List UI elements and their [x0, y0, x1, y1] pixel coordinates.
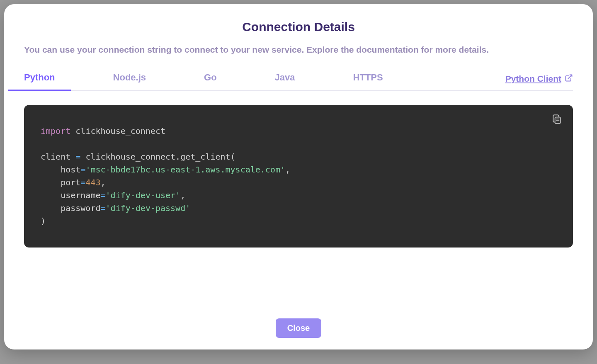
code-val-pass: 'dify-dev-passwd'	[106, 203, 191, 213]
tab-java[interactable]: Java	[275, 67, 295, 90]
connection-details-modal: Connection Details You can use your conn…	[4, 4, 593, 349]
modal-subtitle: You can use your connection string to co…	[24, 45, 573, 55]
copy-button[interactable]	[550, 112, 564, 126]
code-t3a: client	[41, 152, 75, 162]
close-button[interactable]: Close	[276, 318, 321, 338]
modal-title: Connection Details	[24, 20, 573, 34]
code-module: clickhouse_connect	[75, 126, 165, 136]
code-val-port: 443	[85, 177, 100, 187]
code-eq3: =	[80, 177, 85, 187]
code-val-host: 'msc-bbde17bc.us-east-1.aws.myscale.com'	[85, 165, 285, 175]
code-eq: =	[75, 152, 80, 162]
tab-python[interactable]: Python	[24, 67, 55, 90]
tab-go[interactable]: Go	[204, 67, 217, 90]
code-comma2: ,	[101, 177, 106, 187]
code-comma1: ,	[285, 165, 290, 175]
code-snippet: import clickhouse_connect client = click…	[24, 105, 573, 248]
code-comma3: ,	[180, 190, 185, 200]
language-tabs: Python Node.js Go Java HTTPS Python Clie…	[24, 67, 573, 91]
tab-https[interactable]: HTTPS	[353, 67, 383, 90]
code-eq2: =	[80, 165, 85, 175]
doc-link-python-client[interactable]: Python Client	[505, 74, 573, 84]
code-param-user: username	[41, 190, 101, 200]
code-val-user: 'dify-dev-user'	[106, 190, 181, 200]
tab-nodejs[interactable]: Node.js	[113, 67, 146, 90]
doc-link-label: Python Client	[505, 74, 561, 84]
code-t3b: clickhouse_connect.get_client(	[80, 152, 235, 162]
external-link-icon	[565, 74, 573, 84]
code-keyword-import: import	[41, 126, 70, 136]
code-param-host: host	[41, 165, 80, 175]
svg-rect-1	[555, 117, 561, 124]
code-content: import clickhouse_connect client = click…	[41, 125, 556, 228]
code-param-port: port	[41, 177, 80, 187]
code-param-pass: password	[41, 203, 101, 213]
copy-icon	[551, 114, 562, 125]
svg-line-0	[568, 75, 572, 78]
code-eq4: =	[101, 190, 106, 200]
code-eq5: =	[101, 203, 106, 213]
modal-footer: Close	[24, 302, 573, 338]
code-close-paren: )	[41, 216, 46, 226]
